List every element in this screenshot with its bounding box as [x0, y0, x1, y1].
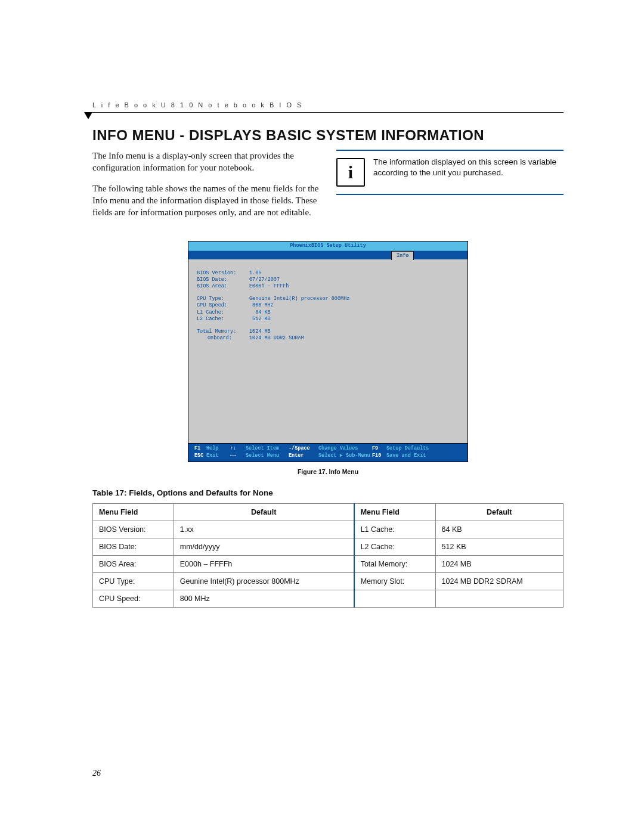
table-row: BIOS Date: mm/dd/yyyy L2 Cache: 512 KB [93, 538, 564, 556]
bios-key-label: Change Values [318, 445, 372, 452]
bios-tab-info: Info [391, 251, 414, 260]
note-callout: i The information displayed on this scre… [336, 150, 564, 195]
table-title: Table 17: Fields, Options and Defaults f… [92, 488, 564, 497]
body-right-column: i The information displayed on this scre… [336, 150, 564, 227]
bios-field-label: BIOS Area: [197, 283, 249, 290]
bios-key-label: Select Menu [246, 453, 289, 459]
cell-default: 1.xx [174, 521, 354, 538]
table-row: BIOS Area: E000h – FFFFh Total Memory: 1… [93, 556, 564, 573]
bios-field-value: 1024 MB DDR2 SDRAM [249, 335, 304, 342]
bios-key: F9 [372, 445, 386, 452]
body-columns: The Info menu is a display-only screen t… [92, 150, 564, 227]
cell-field: BIOS Area: [93, 556, 174, 573]
cell-field: Total Memory: [354, 556, 435, 573]
table-row: BIOS Version: 1.xx L1 Cache: 64 KB [93, 521, 564, 538]
bios-key: Enter [289, 453, 318, 459]
cell-field: BIOS Date: [93, 538, 174, 556]
bios-field-value: 1024 MB [249, 329, 271, 335]
cell-default: 64 KB [435, 521, 563, 538]
bios-key: ESC [194, 453, 206, 459]
bios-field-label: L2 Cache: [197, 316, 249, 323]
bios-key: ↑↓ [230, 445, 246, 452]
th-default: Default [435, 504, 563, 521]
cell-default: 800 MHz [174, 590, 354, 608]
section-title: INFO MENU - DISPLAYS BASIC SYSTEM INFORM… [92, 127, 564, 144]
running-head: L i f e B o o k U 8 1 0 N o t e b o o k … [92, 101, 564, 113]
cell-field: CPU Type: [93, 573, 174, 590]
cell-default: 512 KB [435, 538, 563, 556]
cell-default: mm/dd/yyyy [174, 538, 354, 556]
info-icon: i [336, 158, 365, 187]
cell-field: CPU Speed: [93, 590, 174, 608]
bios-key-label: Save and Exit [386, 453, 462, 459]
bios-key: ←→ [230, 453, 246, 459]
table-row: CPU Type: Geunine Intel(R) processor 800… [93, 573, 564, 590]
cell-default [435, 590, 563, 608]
bios-field-value: 07/27/2007 [249, 277, 280, 283]
bios-tabbar: Info [188, 251, 467, 259]
bios-key: -/Space [289, 445, 318, 452]
cell-field: Memory Slot: [354, 573, 435, 590]
bios-key-label: Select ▶ Sub-Menu [318, 453, 372, 459]
page-number: 26 [92, 769, 101, 778]
bios-key-label: Help [206, 445, 230, 452]
bios-footer: F1 Help ↑↓ Select Item -/Space Change Va… [188, 444, 467, 462]
intro-paragraph-1: The Info menu is a display-only screen t… [92, 150, 320, 174]
bios-key: F1 [194, 445, 206, 452]
th-menu-field: Menu Field [354, 504, 435, 521]
bios-key: F10 [372, 453, 386, 459]
bios-field-value: 64 KB [249, 309, 271, 316]
info-icon-glyph: i [348, 160, 353, 185]
bios-field-label: CPU Type: [197, 296, 249, 302]
page: L i f e B o o k U 8 1 0 N o t e b o o k … [0, 0, 644, 833]
bios-key-label: Select Item [246, 445, 289, 452]
bios-body: BIOS Version:1.05 BIOS Date:07/27/2007 B… [188, 259, 467, 444]
cell-default: E000h – FFFFh [174, 556, 354, 573]
figure-caption: Figure 17. Info Menu [92, 468, 564, 475]
bios-window: PhoenixBIOS Setup Utility Info BIOS Vers… [188, 241, 468, 462]
bios-field-label: CPU Speed: [197, 302, 249, 309]
cell-field: L1 Cache: [354, 521, 435, 538]
bios-field-label: Onboard: [197, 335, 249, 342]
cell-field [354, 590, 435, 608]
bios-field-label: Total Memory: [197, 329, 249, 335]
bios-key-label: Setup Defaults [386, 445, 462, 452]
bios-field-value: 512 KB [249, 316, 271, 323]
cell-field: L2 Cache: [354, 538, 435, 556]
bios-field-value: 1.05 [249, 270, 261, 277]
bios-field-label: BIOS Version: [197, 270, 249, 277]
cell-default: Geunine Intel(R) processor 800MHz [174, 573, 354, 590]
bios-titlebar: PhoenixBIOS Setup Utility [188, 241, 467, 251]
th-menu-field: Menu Field [93, 504, 174, 521]
cell-default: 1024 MB DDR2 SDRAM [435, 573, 563, 590]
bios-field-label: L1 Cache: [197, 309, 249, 316]
th-default: Default [174, 504, 354, 521]
bios-field-value: 800 MHz [249, 302, 274, 309]
table-row: CPU Speed: 800 MHz [93, 590, 564, 608]
note-text: The information displayed on this screen… [373, 157, 564, 178]
bios-key-label: Exit [206, 453, 230, 459]
intro-paragraph-2: The following table shows the names of t… [92, 182, 320, 219]
bios-field-value: Genuine Intel(R) processor 800MHz [249, 296, 349, 302]
cell-default: 1024 MB [435, 556, 563, 573]
bios-field-value: E000h - FFFFh [249, 283, 289, 290]
cell-field: BIOS Version: [93, 521, 174, 538]
bios-field-label: BIOS Date: [197, 277, 249, 283]
body-left-column: The Info menu is a display-only screen t… [92, 150, 320, 227]
defaults-table: Menu Field Default Menu Field Default BI… [92, 503, 564, 608]
